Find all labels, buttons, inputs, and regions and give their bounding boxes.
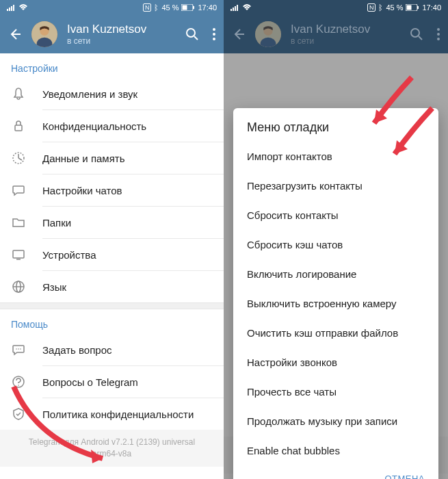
- svg-rect-1: [9, 8, 10, 11]
- svg-point-14: [213, 38, 215, 40]
- list-label: Папки: [42, 217, 71, 229]
- dialog-item-call-settings[interactable]: Настройки звонков: [233, 348, 438, 377]
- settings-header-dimmed: Ivan Kuznetsov в сети: [224, 15, 448, 53]
- nfc-indicator: N: [143, 3, 152, 12]
- svg-point-10: [187, 29, 195, 37]
- svg-rect-31: [237, 5, 238, 11]
- clock-time: 17:40: [198, 3, 217, 12]
- avatar: [255, 21, 281, 47]
- back-arrow-icon: [232, 27, 246, 41]
- lock-icon: [12, 119, 25, 133]
- svg-point-12: [213, 28, 215, 31]
- svg-point-41: [437, 33, 440, 36]
- list-label: Вопросы о Telegram: [42, 376, 138, 388]
- svg-rect-5: [183, 5, 187, 10]
- user-info: Ivan Kuznetsov в сети: [291, 23, 400, 46]
- signal-icon: [7, 4, 16, 11]
- svg-line-39: [419, 36, 422, 40]
- more-icon[interactable]: [213, 28, 215, 40]
- svg-rect-33: [407, 5, 412, 10]
- item-privacy[interactable]: Конфиденциальность: [0, 110, 224, 142]
- battery-icon: [406, 4, 419, 11]
- phone-settings-screen: N ᛒ 45 % 17:40 Ivan Kuznetsov в сети: [0, 0, 224, 479]
- dialog-item-read-all-chats[interactable]: Прочесть все чаты: [233, 377, 438, 406]
- item-folders[interactable]: Папки: [0, 207, 224, 238]
- user-name: Ivan Kuznetsov: [291, 23, 400, 36]
- globe-icon: [12, 280, 25, 294]
- dialog-cancel-button[interactable]: ОТМЕНА: [233, 465, 438, 479]
- item-notifications[interactable]: Уведомления и звук: [0, 78, 224, 109]
- list-label: Конфиденциальность: [42, 120, 146, 132]
- user-name: Ivan Kuznetsov: [67, 23, 176, 36]
- bluetooth-icon: ᛒ: [154, 3, 159, 12]
- item-privacy-policy[interactable]: Политика конфиденциальности: [0, 398, 224, 430]
- dialog-item-chat-bubbles[interactable]: Enable chat bubbles: [233, 436, 438, 465]
- svg-point-38: [411, 29, 419, 37]
- dialog-title: Меню отладки: [233, 120, 438, 142]
- svg-rect-30: [235, 6, 236, 11]
- search-icon[interactable]: [185, 27, 199, 41]
- battery-percent: 45 %: [386, 3, 403, 12]
- battery-percent: 45 %: [161, 3, 179, 12]
- chat-icon: [12, 183, 25, 197]
- svg-point-40: [437, 28, 440, 31]
- data-icon: [12, 151, 25, 165]
- status-bar: N ᛒ 45 % 17:40: [224, 0, 448, 15]
- wifi-icon: [18, 4, 28, 11]
- item-language[interactable]: Язык: [0, 271, 224, 302]
- avatar[interactable]: [31, 21, 57, 47]
- devices-icon: [12, 248, 25, 261]
- dialog-item-disable-camera[interactable]: Выключить встроенную камеру: [233, 289, 438, 318]
- bluetooth-icon: ᛒ: [378, 3, 383, 12]
- svg-rect-3: [13, 5, 14, 11]
- chat-question-icon: [12, 343, 25, 357]
- svg-point-26: [18, 385, 19, 386]
- dialog-item-clear-upload-cache[interactable]: Очистить кэш отправки файлов: [233, 318, 438, 348]
- more-icon: [437, 28, 440, 40]
- svg-rect-17: [13, 250, 24, 258]
- dialog-item-enable-logging[interactable]: Включить логирование: [233, 259, 438, 289]
- list-label: Политика конфиденциальности: [42, 409, 194, 420]
- battery-icon: [181, 4, 195, 11]
- list-label: Данные и память: [42, 153, 125, 164]
- dialog-item-reload-contacts[interactable]: Перезагрузить контакты: [233, 171, 438, 200]
- settings-content-dimmed: Telegram для Android v7.2.1 (2139) unive…: [224, 53, 448, 479]
- search-icon: [410, 27, 423, 41]
- svg-point-13: [213, 33, 215, 36]
- svg-rect-15: [15, 125, 22, 131]
- item-ask-question[interactable]: Задать вопрос: [0, 334, 224, 365]
- svg-rect-28: [230, 9, 232, 11]
- list-label: Устройства: [42, 249, 96, 261]
- svg-point-23: [18, 348, 19, 350]
- bell-icon: [12, 87, 25, 101]
- user-info[interactable]: Ivan Kuznetsov в сети: [67, 23, 176, 46]
- item-devices[interactable]: Устройства: [0, 239, 224, 270]
- list-label: Задать вопрос: [42, 344, 111, 356]
- user-status: в сети: [291, 36, 400, 46]
- item-data[interactable]: Данные и память: [0, 142, 224, 174]
- svg-line-11: [194, 36, 198, 40]
- svg-point-24: [20, 348, 21, 350]
- wifi-icon: [242, 4, 252, 11]
- back-button: [232, 27, 246, 41]
- nfc-indicator: N: [367, 3, 376, 12]
- clock-time: 17:40: [422, 3, 441, 12]
- version-text[interactable]: Telegram для Android v7.2.1 (2139) unive…: [0, 430, 224, 467]
- status-bar: N ᛒ 45 % 17:40: [0, 0, 224, 15]
- svg-point-22: [16, 348, 17, 350]
- dialog-item-reset-chat-cache[interactable]: Сбросить кэш чатов: [233, 230, 438, 259]
- svg-rect-29: [233, 8, 234, 11]
- item-chat-settings[interactable]: Настройки чатов: [0, 174, 224, 206]
- section-help-title: Помощь: [0, 309, 224, 334]
- svg-point-42: [437, 38, 440, 40]
- settings-header: Ivan Kuznetsov в сети: [0, 15, 224, 53]
- debug-menu-dialog: Меню отладки Импорт контактов Перезагруз…: [233, 108, 438, 479]
- question-icon: [12, 375, 25, 389]
- back-button[interactable]: [8, 27, 22, 41]
- item-faq[interactable]: Вопросы о Telegram: [0, 366, 224, 398]
- back-arrow-icon: [8, 27, 22, 41]
- dialog-item-reset-contacts[interactable]: Сбросить контакты: [233, 200, 438, 230]
- dialog-item-continue-music[interactable]: Продолжать музыку при записи: [233, 406, 438, 436]
- dialog-item-import-contacts[interactable]: Импорт контактов: [233, 142, 438, 171]
- svg-rect-34: [417, 6, 419, 9]
